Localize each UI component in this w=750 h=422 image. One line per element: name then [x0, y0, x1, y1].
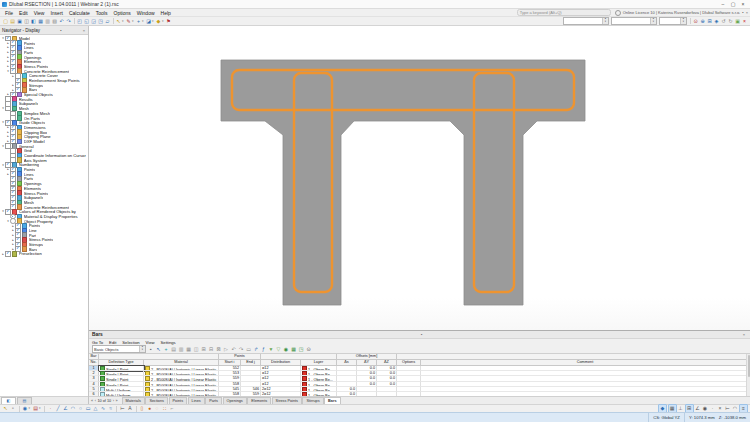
table-tab-lines[interactable]: Lines: [188, 397, 205, 404]
next-table-button[interactable]: ›: [113, 399, 114, 403]
table-vertical-scrollbar[interactable]: [746, 354, 750, 396]
search-input[interactable]: Type a keyword (Alt+Q): [517, 9, 611, 16]
table-tab-elements[interactable]: Elements: [247, 397, 271, 404]
ole-icon[interactable]: ◳: [298, 346, 305, 353]
perpendicular-snap-icon[interactable]: ⊢: [724, 405, 731, 412]
comment-cell[interactable]: [421, 392, 750, 396]
graphics-canvas[interactable]: Bars ▪ × Go ToEditSelectionViewSettings …: [89, 26, 750, 404]
tree-checkbox[interactable]: ✓: [5, 251, 11, 257]
previous-view-icon[interactable]: ↺: [720, 18, 727, 25]
menu-help[interactable]: Help: [158, 10, 174, 16]
find-icon[interactable]: ⊙: [692, 18, 699, 25]
menu-file[interactable]: File: [2, 10, 16, 16]
close-icon[interactable]: ×: [746, 10, 748, 15]
table-menu-edit[interactable]: Edit: [106, 340, 119, 345]
show-all-icon[interactable]: ▣: [734, 18, 741, 25]
measure-tool-icon[interactable]: ⌐: [169, 405, 176, 412]
toolbar-combo-3[interactable]: ▴▾: [659, 17, 687, 25]
table-tab-sections[interactable]: Sections: [145, 397, 168, 404]
tables-panel-icon[interactable]: ▦: [37, 18, 44, 25]
next-view-icon[interactable]: ↻: [727, 18, 734, 25]
view-cascade-icon[interactable]: ▱: [104, 18, 111, 25]
navigator-panel-icon[interactable]: ◧: [30, 18, 37, 25]
ortho-icon[interactable]: ⊥: [677, 405, 684, 412]
menu-tools[interactable]: Tools: [93, 10, 111, 16]
table-tab-stirrups[interactable]: Stirrups: [302, 397, 323, 404]
table-tab-bars[interactable]: Bars: [324, 397, 340, 404]
table-tab-points[interactable]: Points: [169, 397, 188, 404]
options-cell[interactable]: [397, 392, 421, 396]
view-model-icon[interactable]: ◰: [76, 18, 83, 25]
definition-type-cell[interactable]: Multi | Uniform: [99, 392, 144, 396]
pin-icon[interactable]: ▪: [419, 332, 424, 337]
snap-tool-icon[interactable]: +: [135, 18, 142, 25]
redo-icon[interactable]: ↷: [65, 18, 72, 25]
table-tab-parts[interactable]: Parts: [205, 397, 222, 404]
menu-edit[interactable]: Edit: [16, 10, 31, 16]
menu-view[interactable]: View: [31, 10, 48, 16]
start-point-cell[interactable]: 558: [219, 392, 241, 396]
rectangle-tool-icon[interactable]: ▭: [85, 405, 92, 412]
save-icon[interactable]: ▣: [16, 18, 23, 25]
isometric-view-icon[interactable]: ◈: [713, 18, 720, 25]
menu-options[interactable]: Options: [111, 10, 134, 16]
tree-radio[interactable]: [10, 218, 16, 224]
polyline-tool-icon[interactable]: ∠: [62, 405, 69, 412]
nurbs-tool-icon[interactable]: ≈: [107, 405, 114, 412]
pin-icon[interactable]: ▪: [742, 10, 743, 15]
previous-table-button[interactable]: ‹: [95, 399, 96, 403]
selection-window-icon[interactable]: ▫: [10, 405, 17, 412]
paste-icon[interactable]: ▨: [51, 18, 58, 25]
concrete-section-shape[interactable]: [221, 60, 585, 305]
view-tables-icon[interactable]: ◲: [90, 18, 97, 25]
table-tab-openings[interactable]: Openings: [223, 397, 247, 404]
filter-icon[interactable]: ▼: [268, 346, 275, 353]
view-split-icon[interactable]: ◱: [83, 18, 90, 25]
end-point-cell[interactable]: 559: [241, 392, 261, 396]
function-icon[interactable]: ƒ: [260, 346, 267, 353]
text-tool-icon[interactable]: A: [127, 405, 134, 412]
open-icon[interactable]: ▤: [9, 18, 16, 25]
undo-icon[interactable]: ↶: [58, 18, 65, 25]
toolbar-combo-2-spinner[interactable]: ▴▾: [650, 18, 656, 24]
cancel-icon[interactable]: ×: [741, 18, 748, 25]
search-icon[interactable]: ⊙: [305, 346, 312, 353]
table-view-2-icon[interactable]: ▥: [178, 346, 185, 353]
pin-icon[interactable]: ▪: [148, 346, 155, 353]
table-view-6-icon[interactable]: ⊟: [208, 346, 215, 353]
dimension-tool-icon[interactable]: ⊢: [119, 405, 126, 412]
polygon-tool-icon[interactable]: △: [92, 405, 99, 412]
last-table-button[interactable]: »: [115, 399, 117, 403]
visibility-icon[interactable]: ◉: [22, 405, 29, 412]
offset-z-cell[interactable]: [377, 392, 397, 396]
table-tab-stress-points[interactable]: Stress Points: [272, 397, 302, 404]
filter-combo[interactable]: Basic Objects ▴▾: [92, 345, 146, 353]
menu-insert[interactable]: Insert: [47, 10, 66, 16]
table-tab-materials[interactable]: Materials: [122, 397, 145, 404]
toolbar-combo-2[interactable]: ▴▾: [611, 17, 657, 25]
select-rows-icon[interactable]: ↖: [155, 346, 162, 353]
toolbar-combo-1-spinner[interactable]: ▴▾: [602, 18, 608, 24]
filter-off-icon[interactable]: ▽: [275, 346, 282, 353]
toolbar-combo-1[interactable]: ▴▾: [563, 17, 609, 25]
delete-row-icon[interactable]: ⊠: [215, 346, 222, 353]
edit-tool-icon[interactable]: ✎: [125, 18, 132, 25]
redo-icon[interactable]: ↷: [238, 346, 245, 353]
toolbar-combo-3-spinner[interactable]: ▴▾: [680, 18, 686, 24]
zoom-in-icon[interactable]: ⊕: [699, 18, 706, 25]
undo-icon[interactable]: ↶: [230, 346, 237, 353]
offset-y-cell[interactable]: [357, 392, 377, 396]
layer-cell[interactable]: 1 - Obere Be...: [301, 392, 337, 396]
cover-tool-icon[interactable]: ◌: [154, 405, 161, 412]
close-icon[interactable]: ×: [741, 332, 747, 337]
pin-icon[interactable]: ▪: [59, 28, 62, 33]
navigator-tab-views[interactable]: ▤: [17, 397, 32, 404]
tree-item[interactable]: ▸✓Preselection: [0, 252, 88, 257]
view-full-icon[interactable]: ◳: [97, 18, 104, 25]
table-menu-view[interactable]: View: [143, 340, 158, 345]
layers-icon[interactable]: ▤: [32, 405, 39, 412]
close-button[interactable]: ×: [738, 1, 748, 8]
clipping-tool-icon[interactable]: ◪: [145, 18, 152, 25]
navigator-tab-display[interactable]: ◧: [1, 397, 16, 404]
table-view-4-icon[interactable]: ◫: [193, 346, 200, 353]
